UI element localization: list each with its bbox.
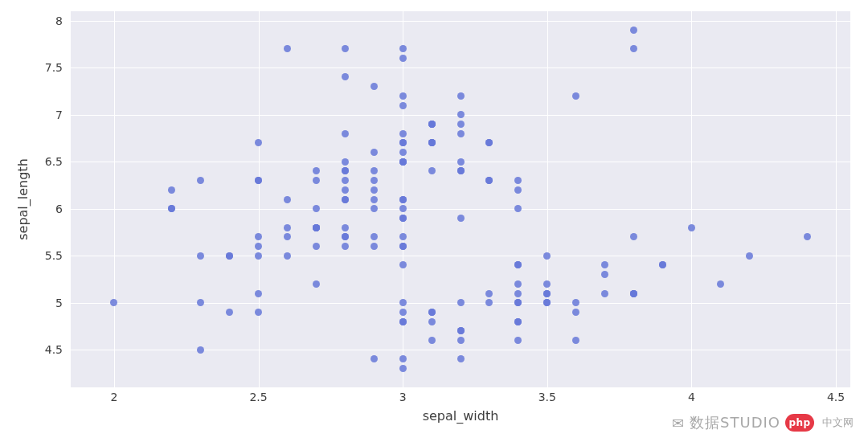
data-point [313,177,320,184]
x-tick-label: 4.5 [827,391,845,403]
data-point [371,196,378,203]
data-point [255,290,262,297]
watermark: ✉ 数据STUDIO php 中文网 [672,413,854,432]
data-point [255,252,262,260]
data-point [457,215,465,222]
data-point [572,299,579,306]
data-point [399,215,407,222]
data-point [514,205,522,212]
data-point [371,167,378,174]
data-point [399,355,407,362]
y-tick-label: 8 [55,14,68,27]
data-point [342,224,349,231]
data-point [457,337,465,344]
data-point [342,45,349,52]
data-point [543,280,551,288]
data-point [342,158,349,166]
data-point [342,186,349,194]
data-point [399,139,407,146]
data-point [514,261,522,268]
data-point [371,233,378,240]
watermark-extra: 中文网 [822,415,854,430]
y-tick-label: 5.5 [45,249,68,262]
data-point [457,327,465,334]
data-point [457,92,465,100]
data-point [514,337,522,344]
data-point [457,299,465,306]
data-point [197,252,204,260]
data-point [457,158,465,166]
data-point [313,167,320,174]
data-point [284,224,291,231]
data-point [342,233,349,240]
data-point [543,290,551,297]
y-axis-label: sepal_length [15,158,31,240]
data-point [485,177,493,184]
y-tick-label: 7.5 [45,61,68,74]
data-point [428,318,436,325]
data-point [399,102,407,109]
x-tick-label: 3 [399,391,407,403]
data-point [485,299,493,306]
plot-area [71,11,850,387]
data-point [457,111,465,118]
php-badge-icon: php [785,414,814,432]
x-tick-label: 2 [110,391,117,403]
data-point [197,299,204,306]
data-point [399,205,407,212]
x-tick-label: 3.5 [538,391,556,403]
data-point [399,92,407,100]
data-point [371,149,378,156]
data-point [342,167,349,174]
y-gridline [71,209,850,210]
data-point [514,290,522,297]
data-point [168,186,175,194]
data-point [572,337,579,344]
data-point [572,92,579,100]
data-point [110,299,117,306]
data-point [284,233,291,240]
y-tick-label: 7 [55,108,68,121]
data-point [255,309,262,316]
data-point [399,233,407,240]
data-point [399,196,407,203]
data-point [399,55,407,62]
data-point [284,196,291,203]
data-point [717,280,724,288]
data-point [226,252,233,260]
data-point [543,252,551,260]
data-point [428,309,436,316]
data-point [399,130,407,137]
data-point [168,205,175,212]
data-point [399,243,407,250]
data-point [197,177,204,184]
data-point [284,252,291,260]
x-axis-label: sepal_width [423,408,499,424]
data-point [630,45,637,52]
data-point [371,177,378,184]
data-point [601,271,608,278]
data-point [746,252,753,260]
data-point [428,337,436,344]
data-point [399,365,407,372]
data-point [399,149,407,156]
data-point [630,27,637,34]
data-point [255,243,262,250]
data-point [371,243,378,250]
data-point [226,309,233,316]
data-point [543,299,551,306]
data-point [399,309,407,316]
y-tick-label: 6 [55,203,68,215]
y-tick-label: 5 [55,297,68,309]
data-point [428,167,436,174]
data-point [457,121,465,128]
data-point [428,139,436,146]
data-point [688,224,695,231]
y-gridline [71,21,850,22]
data-point [572,309,579,316]
watermark-text: 数据STUDIO [690,413,780,432]
data-point [630,233,637,240]
data-point [342,196,349,203]
y-tick-label: 6.5 [45,155,68,168]
data-point [514,318,522,325]
